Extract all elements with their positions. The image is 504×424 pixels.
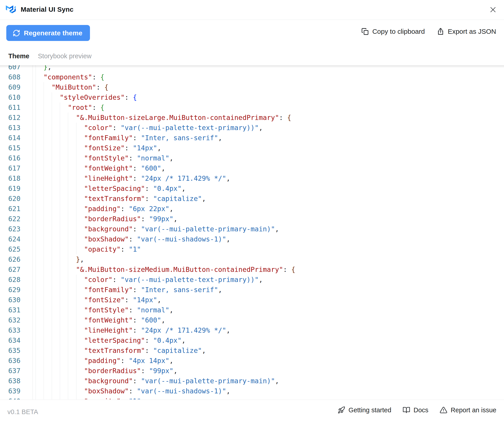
line-content: "background": "var(--mui-palette-primary…	[33, 224, 504, 234]
indent-guide	[44, 204, 44, 214]
close-icon	[490, 6, 496, 13]
indent-guide	[52, 112, 52, 123]
indent-guide	[76, 345, 76, 355]
close-button[interactable]	[488, 5, 498, 15]
indent-guide	[36, 274, 36, 285]
indent-guide	[44, 112, 44, 123]
indent-guide	[76, 123, 76, 133]
indent-guide	[60, 396, 60, 399]
regenerate-theme-button[interactable]: Regenerate theme	[6, 25, 90, 41]
version-badge: v0.1 BETA	[7, 408, 38, 416]
indent-guide	[68, 366, 68, 376]
theme-code-editor[interactable]: 607 },608 "components": {609 "MuiButton"…	[0, 65, 504, 399]
line-content: "lineHeight": "24px /* 171.429% */",	[33, 325, 504, 335]
indent-guide	[76, 133, 76, 143]
indent-guide	[44, 133, 44, 143]
indent-guide	[76, 183, 76, 193]
code-line-632: 632 "fontWeight": "600",	[0, 315, 504, 325]
indent-guide	[52, 325, 52, 335]
indent-guide	[44, 366, 44, 376]
export-icon	[436, 27, 445, 36]
code-line-608: 608 "components": {	[0, 72, 504, 82]
indent-guide	[76, 163, 76, 173]
indent-guide	[68, 254, 68, 264]
line-content: "opacity": "1"	[33, 244, 504, 254]
getting-started-link[interactable]: Getting started	[338, 406, 391, 414]
indent-guide	[44, 325, 44, 335]
line-content: "padding": "4px 14px",	[33, 355, 504, 366]
code-line-636: 636 "padding": "4px 14px",	[0, 355, 504, 366]
line-content: "boxShadow": "var(--mui-shadows-1)",	[33, 386, 504, 396]
indent-guide	[76, 224, 76, 234]
brand: Material UI Sync	[6, 5, 74, 13]
footer: v0.1 BETA Getting started Docs	[0, 400, 504, 424]
code-line-621: 621 "padding": "6px 22px",	[0, 204, 504, 214]
code-line-609: 609 "MuiButton": {	[0, 82, 504, 92]
indent-guide	[76, 335, 76, 345]
export-as-json-button[interactable]: Export as JSON	[436, 27, 496, 36]
indent-guide	[68, 396, 68, 399]
code-line-629: 629 "fontFamily": "Inter, sans-serif",	[0, 285, 504, 295]
copy-to-clipboard-button[interactable]: Copy to clipboard	[361, 27, 425, 36]
code-line-611: 611 "root": {	[0, 102, 504, 112]
line-number: 638	[0, 376, 33, 386]
indent-guide	[68, 335, 68, 345]
indent-guide	[36, 133, 36, 143]
indent-guide	[44, 92, 44, 102]
indent-guide	[60, 274, 60, 285]
docs-link[interactable]: Docs	[403, 406, 428, 414]
indent-guide	[60, 315, 60, 325]
line-content: "lineHeight": "24px /* 171.429% */",	[33, 173, 504, 183]
indent-guide	[68, 204, 68, 214]
rocket-icon	[338, 406, 345, 414]
tab-storybook-preview[interactable]: Storybook preview	[38, 52, 92, 60]
indent-guide	[44, 274, 44, 285]
indent-guide	[68, 355, 68, 366]
indent-guide	[68, 376, 68, 386]
indent-guide	[76, 315, 76, 325]
indent-guide	[36, 183, 36, 193]
indent-guide	[76, 285, 76, 295]
indent-guide	[36, 244, 36, 254]
indent-guide	[68, 315, 68, 325]
line-content: "borderRadius": "99px",	[33, 214, 504, 224]
indent-guide	[60, 173, 60, 183]
report-an-issue-link[interactable]: Report an issue	[440, 406, 496, 414]
indent-guide	[52, 92, 52, 102]
indent-guide	[52, 133, 52, 143]
indent-guide	[68, 285, 68, 295]
indent-guide	[60, 285, 60, 295]
indent-guide	[76, 173, 76, 183]
indent-guide	[76, 204, 76, 214]
indent-guide	[52, 143, 52, 153]
indent-guide	[76, 295, 76, 305]
line-number: 635	[0, 345, 33, 355]
code-line-623: 623 "background": "var(--mui-palette-pri…	[0, 224, 504, 234]
indent-guide	[44, 173, 44, 183]
indent-guide	[44, 345, 44, 355]
line-number: 639	[0, 386, 33, 396]
indent-guide	[60, 204, 60, 214]
line-content: },	[33, 254, 504, 264]
code-line-627: 627 "&.MuiButton-sizeMedium.MuiButton-co…	[0, 264, 504, 274]
code-line-633: 633 "lineHeight": "24px /* 171.429% */",	[0, 325, 504, 335]
indent-guide	[68, 325, 68, 335]
export-as-json-label: Export as JSON	[448, 28, 496, 35]
indent-guide	[44, 315, 44, 325]
indent-guide	[36, 264, 36, 274]
indent-guide	[68, 163, 68, 173]
tab-theme[interactable]: Theme	[8, 52, 29, 60]
code-line-619: 619 "letterSpacing": "0.4px",	[0, 183, 504, 193]
indent-guide	[76, 234, 76, 244]
code-line-616: 616 "fontStyle": "normal",	[0, 153, 504, 163]
line-number: 609	[0, 82, 33, 92]
code-line-626: 626 },	[0, 254, 504, 264]
indent-guide	[52, 214, 52, 224]
line-number: 620	[0, 193, 33, 204]
indent-guide	[36, 396, 36, 399]
line-content: "color": "var(--mui-palette-text-primary…	[33, 123, 504, 133]
line-number: 621	[0, 204, 33, 214]
code-line-628: 628 "color": "var(--mui-palette-text-pri…	[0, 274, 504, 285]
indent-guide	[52, 123, 52, 133]
indent-guide	[60, 112, 60, 123]
